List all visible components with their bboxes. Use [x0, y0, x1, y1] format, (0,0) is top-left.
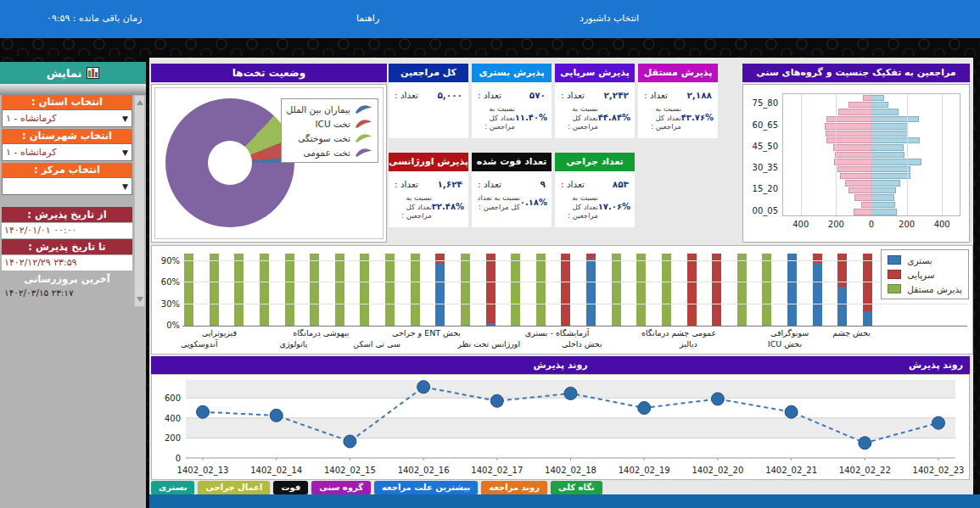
pyramid-y-tick: 00_05 [753, 206, 778, 215]
male-bar [871, 202, 895, 208]
bar-y-tick: 90% [154, 256, 180, 265]
kpi-count-label: تعداد : [561, 179, 585, 189]
center-label: انتخاب مرکز : [2, 163, 132, 177]
bar-segment-2 [762, 254, 771, 326]
bar-gridline [182, 304, 967, 304]
scroll-down-icon[interactable] [137, 297, 143, 302]
legend-swatch [888, 255, 901, 265]
county-select-value: کرمانشاه - ۱ [6, 147, 56, 158]
select-dashboard-link[interactable]: انتخاب داشبورد [580, 13, 639, 24]
beds-legend-item: تخت ICU [287, 116, 372, 131]
bar-x-label: بخش داخلی [562, 339, 602, 349]
pyramid-x-tick: 400 [934, 220, 950, 229]
from-date-input[interactable]: ۱۴۰۲/۰۱/۰۱ ۰۰:۰۰ [2, 223, 132, 238]
pyramid-y-tick: 60_65 [753, 120, 778, 130]
pyramid-y-tick: 45_50 [753, 142, 778, 151]
legend-label: بستری [907, 255, 932, 265]
bar-segment-2 [310, 254, 319, 326]
trend-point-1402_02_23[interactable] [932, 416, 945, 429]
center-select[interactable]: ▼ [2, 177, 132, 195]
female-bar [837, 166, 871, 172]
bar-segment-0 [586, 259, 596, 326]
trend-point-1402_02_15[interactable] [344, 435, 356, 448]
stacked-bar-chart: آندوسکوپیفیزیوتراپیپاتولوژیبیهوشی درمانگ… [182, 249, 967, 327]
svg-text:1402_02_20: 1402_02_20 [692, 466, 743, 476]
beds-legend-item: تخت عمومی [287, 145, 372, 159]
female-bar [854, 209, 871, 215]
departments-stacked-bar-panel: آندوسکوپیفیزیوتراپیپاتولوژیبیهوشی درمانگ… [151, 245, 973, 354]
footer-button[interactable]: اعمال جراحی [198, 481, 270, 494]
svg-text:1402_02_17: 1402_02_17 [471, 466, 523, 476]
bar-segment-2 [511, 254, 520, 326]
footer-button[interactable]: بستری [151, 481, 194, 494]
footer-button[interactable]: گروه سنی [311, 481, 371, 494]
beds-legend: بیماران بین المللتخت ICUتخت سوختگیتخت عم… [281, 98, 378, 163]
trend-point-1402_02_16[interactable] [417, 381, 430, 394]
top-navbar: زمان باقی مانده : ۰۹:۵۹ راهنما انتخاب دا… [0, 0, 980, 38]
chevron-down-icon: ▼ [122, 114, 128, 123]
kpi-count-line: تعداد :۱,۶۲۴ [389, 179, 468, 189]
kpi-count-line: تعداد :۸۵۳ [555, 179, 635, 189]
bar-x-label: سی تی اسکن [353, 339, 400, 349]
trend-point-1402_02_20[interactable] [711, 393, 724, 405]
bar-segment-2 [335, 254, 344, 326]
legend-label: پذیرش مستقل [907, 284, 962, 294]
trend-point-1402_02_13[interactable] [197, 405, 210, 418]
kpi-count-label: تعداد : [395, 90, 418, 100]
bar-segment-0 [435, 263, 445, 326]
beds-status-panel: وضعیت تخت‌ها بیماران بین المللتخت ICUتخت… [151, 64, 387, 243]
sidebar-divider [0, 84, 146, 95]
kpi-ratio-value: ۰.۱۸% [520, 198, 547, 207]
kpi-ratio-line: نسبت به تعداد کل مراجعین :۰.۱۸% [472, 193, 552, 211]
female-bar [825, 123, 871, 129]
bar-x-label: آزمایشگاه - بستری [525, 328, 590, 338]
kpi-ratio-label: نسبت به تعداد کل مراجعین : [476, 104, 515, 131]
kpi-count-value: ۲,۲۴۲ [603, 90, 629, 100]
province-select[interactable]: کرمانشاه - ۱ ▼ [2, 109, 132, 127]
bar-segment-1 [687, 254, 697, 326]
legend-label: تخت سوختگی [298, 133, 350, 143]
bar-x-label: اورژانس تحت نظر [457, 339, 520, 349]
population-pyramid-chart: 400200020040000_0515_2030_3545_5060_6575… [782, 93, 960, 216]
help-link[interactable]: راهنما [356, 13, 379, 24]
bar-segment-0 [863, 311, 872, 326]
bar-segment-2 [260, 254, 269, 326]
age-gender-panel-body: 400200020040000_0515_2030_3545_5060_6575… [742, 84, 970, 243]
kpi-count-line: تعداد :۹ [472, 179, 552, 189]
trend-point-1402_02_19[interactable] [638, 402, 651, 415]
sidebar-scrollbar[interactable] [134, 95, 145, 307]
footer-button[interactable]: روند مراجعه [481, 481, 547, 494]
bar-segment-2 [737, 254, 747, 326]
bar-legend-item: سرپایی [888, 267, 962, 282]
kpi-title: پذیرش بستری [472, 64, 552, 82]
county-select[interactable]: کرمانشاه - ۱ ▼ [2, 143, 132, 161]
scroll-up-icon[interactable] [137, 100, 143, 105]
bar-segment-1 [486, 254, 496, 323]
trend-point-1402_02_22[interactable] [859, 437, 871, 449]
footer-button[interactable]: بیشترین علت مراجعه [374, 481, 478, 494]
bar-x-label: پاتولوژی [279, 339, 307, 349]
male-bar [871, 152, 904, 158]
kpi-card: پذیرش بستریتعداد :۵۷۰نسبت به تعداد کل مر… [472, 64, 552, 138]
kpi-ratio-label: نسبت به تعداد کل مراجعین : [476, 193, 520, 211]
trend-line-svg: 02004006001402_02_131402_02_141402_02_15… [152, 375, 969, 479]
footer-button[interactable]: فوت [273, 481, 308, 494]
female-bar [848, 187, 871, 193]
trend-point-1402_02_17[interactable] [490, 394, 503, 407]
trend-point-1402_02_21[interactable] [785, 405, 798, 418]
female-bar [863, 95, 871, 101]
legend-swoosh-icon [355, 148, 372, 158]
female-bar [840, 173, 871, 179]
trend-point-1402_02_18[interactable] [564, 387, 577, 399]
to-date-input[interactable]: ۱۴۰۲/۱۲/۲۹ ۲۳:۵۹ [2, 255, 132, 271]
beds-panel-title: وضعیت تخت‌ها [151, 64, 387, 82]
trend-point-1402_02_14[interactable] [270, 409, 283, 421]
kpi-row-bottom: پذیرش اورژانسیتعداد :۱,۶۲۴نسبت به تعداد … [389, 153, 635, 227]
pyramid-gridline [801, 94, 802, 215]
kpi-ratio-label: نسبت به تعداد کل مراجعین : [559, 193, 598, 221]
footer-button[interactable]: نگاه کلی [551, 481, 602, 494]
beds-chart-frame: بیماران بین المللتخت ICUتخت سوختگیتخت عم… [154, 87, 384, 239]
bar-segment-2 [536, 254, 546, 326]
show-button[interactable]: نمایش [0, 62, 146, 84]
kpi-ratio-value: ۴۴.۸۴% [598, 113, 630, 122]
